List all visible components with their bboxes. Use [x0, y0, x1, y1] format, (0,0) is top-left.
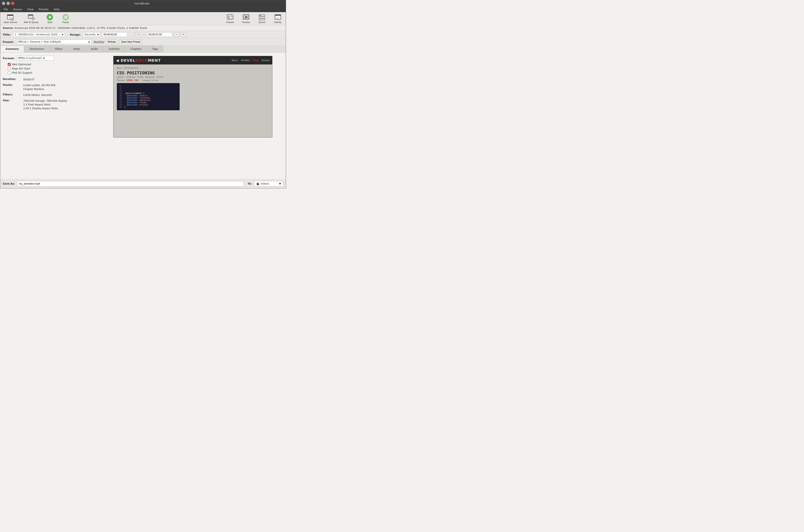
range-label: Range: — [70, 33, 81, 36]
tab-audio[interactable]: Audio — [86, 45, 103, 52]
tabs-bar: Summary Dimensions Filters Video Audio S… — [0, 45, 286, 53]
tab-dimensions[interactable]: Dimensions — [24, 45, 50, 52]
to-select[interactable]: 🎬 Videos ▼ — [254, 181, 283, 187]
close-button[interactable] — [11, 2, 15, 5]
open-source-button[interactable]: Open Source — [2, 13, 19, 24]
web-optimized-checkbox[interactable] — [8, 63, 11, 66]
presets-label: Presets — [226, 21, 234, 23]
source-label: Source: — [3, 26, 13, 30]
preset-selector[interactable]: Official > General > Fast 1080p30 ▶ — [16, 40, 92, 44]
preview-website: ◀ DEVELROCKMENT About Portfolio Blog Kon… — [113, 56, 272, 137]
filters-label: Filters: — [3, 93, 22, 97]
preset-label: Preset: — [3, 40, 14, 43]
preview-nav: About Portfolio Blog Kontakt — [231, 59, 270, 61]
tab-filters[interactable]: Filters — [50, 45, 68, 52]
menu-presets[interactable]: Presets — [38, 7, 49, 11]
title-select[interactable]: 1 - 00h00m12s - Screencast 2020-... ▼ — [13, 32, 65, 37]
svg-point-24 — [231, 16, 232, 17]
start-time-increment[interactable]: + — [136, 32, 141, 37]
preview-label: Preview — [242, 21, 250, 23]
end-time-input[interactable] — [147, 32, 172, 37]
activity-label: Activity — [274, 21, 282, 23]
to-value: Videos — [261, 182, 269, 185]
web-optimized-label: Web Optimized — [12, 63, 31, 66]
window-controls[interactable] — [2, 2, 15, 5]
preview-article-subtitle: static, relative, fixed, absolute, stick… — [117, 76, 269, 78]
menu-file[interactable]: File — [3, 7, 9, 11]
menu-view[interactable]: View — [26, 7, 34, 11]
preview-panel: ◀ DEVELROCKMENT About Portfolio Blog Kon… — [102, 56, 283, 176]
svg-rect-1 — [7, 15, 13, 16]
to-dropdown-arrow: ▼ — [279, 182, 281, 185]
save-as-label: Save As: — [3, 182, 15, 185]
checkbox-group: Web Optimized Align A/V Start iPod 5G Su… — [8, 63, 99, 74]
main-content: Format: MPEG-4 (avformat) ▼ Web Optimize… — [0, 53, 286, 179]
preset-dropdown-arrow: ▶ — [89, 41, 90, 43]
align-av-checkbox[interactable] — [8, 67, 11, 70]
format-label: Format: — [3, 57, 15, 60]
end-time-increment[interactable]: + — [181, 32, 186, 37]
menu-queue[interactable]: Queue — [12, 7, 23, 11]
source-value: Screencast 2020-08-30 18:01:57, 1920x946… — [14, 26, 147, 30]
end-time-decrement[interactable]: − — [174, 32, 179, 37]
start-time-decrement[interactable]: − — [129, 32, 134, 37]
svg-rect-32 — [259, 19, 265, 20]
range-select[interactable]: Seconds: ▼ — [83, 32, 100, 37]
pause-button[interactable]: Pause — [59, 13, 72, 24]
title-label: Title: — [3, 33, 11, 36]
tab-subtitles[interactable]: Subtitles — [104, 45, 125, 52]
to-label: To: — [248, 182, 252, 185]
reload-button[interactable]: Reload — [106, 40, 117, 44]
svg-rect-17 — [65, 16, 66, 18]
start-time-input[interactable] — [102, 32, 127, 37]
queue-label: Queue — [258, 21, 265, 23]
add-to-queue-label: Add To Queue — [24, 21, 39, 23]
title-dropdown-arrow: ▼ — [62, 34, 63, 36]
preview-tags: Themen: HTML CSS Lesezeit: 11 min — [117, 79, 269, 81]
open-source-icon — [7, 14, 14, 20]
format-select[interactable]: MPEG-4 (avformat) ▼ — [16, 56, 54, 60]
save-as-input[interactable] — [17, 181, 244, 187]
left-panel: Format: MPEG-4 (avformat) ▼ Web Optimize… — [3, 56, 99, 176]
queue-icon — [259, 14, 265, 20]
tab-chapters[interactable]: Chapters — [125, 45, 147, 52]
title-range-row: Title: 1 - 00h00m12s - Screencast 2020-.… — [0, 31, 286, 38]
ipod-checkbox[interactable] — [8, 71, 11, 74]
ipod-label: iPod 5G Support — [12, 71, 32, 74]
modified-link[interactable]: Modified — [93, 40, 104, 43]
start-icon — [46, 14, 53, 20]
minimize-button[interactable] — [2, 2, 5, 5]
format-row: Format: MPEG-4 (avformat) ▼ — [3, 56, 99, 60]
menu-help[interactable]: Help — [53, 7, 61, 11]
preview-article-title: CSS POSITIONING — [117, 70, 269, 75]
start-button[interactable]: Start — [43, 13, 56, 24]
tab-tags[interactable]: Tags — [147, 45, 163, 52]
preview-code-box: 31 32 33 34.develrockment { 35position: … — [117, 83, 180, 110]
to-icon: 🎬 — [256, 182, 259, 185]
tab-video[interactable]: Video — [68, 45, 86, 52]
activity-button[interactable]: Activity — [272, 13, 284, 24]
preview-button[interactable]: Preview — [240, 13, 252, 24]
pause-icon — [62, 14, 69, 20]
filters-value: Comb Detect, Decomb — [23, 93, 99, 97]
tab-summary[interactable]: Summary — [0, 45, 24, 52]
save-new-preset-button[interactable]: Save New Preset — [119, 40, 143, 44]
align-av-item: Align A/V Start — [8, 67, 99, 70]
source-info-bar: Source: Screencast 2020-08-30 18:01:57, … — [0, 25, 286, 31]
ipod-item: iPod 5G Support — [8, 71, 99, 74]
svg-rect-8 — [28, 15, 33, 16]
size-value: 700x344 storage, 700x344 display 1:1 Pix… — [23, 99, 99, 110]
align-av-label: Align A/V Start — [12, 67, 30, 70]
preview-logo: ◀ DEVELROCKMENT — [116, 58, 161, 62]
add-to-queue-button[interactable]: Add To Queue — [22, 13, 40, 24]
queue-button[interactable]: Queue — [256, 13, 268, 24]
preview-image: ◀ DEVELROCKMENT About Portfolio Blog Kon… — [113, 56, 273, 137]
tracks-value: H.264 (x264), 30 FPS PFR Chapter Markers — [23, 83, 99, 91]
open-source-label: Open Source — [3, 21, 17, 23]
presets-button[interactable]: Presets — [224, 13, 237, 24]
maximize-button[interactable] — [6, 2, 10, 5]
bottom-bar: Save As: To: 🎬 Videos ▼ — [0, 179, 286, 188]
svg-point-25 — [231, 18, 232, 18]
toolbar: Open Source Add To Queue — [0, 12, 286, 25]
preview-body: Blog → CSS Positioning CSS POSITIONING s… — [113, 64, 272, 113]
